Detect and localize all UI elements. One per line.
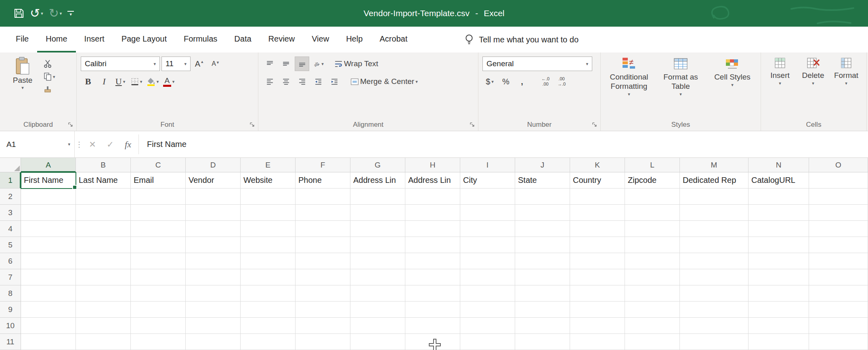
cell-A3[interactable]: [21, 205, 76, 221]
cell-H10[interactable]: [405, 318, 460, 334]
column-header-E[interactable]: E: [241, 158, 296, 172]
cell-M8[interactable]: [680, 285, 748, 302]
cell-H1[interactable]: Address Lin: [405, 172, 460, 189]
cell-O6[interactable]: [809, 253, 868, 269]
cell-A7[interactable]: [21, 269, 76, 285]
column-header-O[interactable]: O: [809, 158, 868, 172]
cell-N9[interactable]: [748, 302, 809, 318]
cell-N4[interactable]: [748, 221, 809, 237]
cell-D1[interactable]: Vendor: [186, 172, 241, 189]
increase-decimal-button[interactable]: ←.0 .00: [538, 74, 553, 89]
redo-button[interactable]: ↻▾: [49, 5, 62, 21]
cell-A11[interactable]: [21, 334, 76, 350]
cell-L2[interactable]: [625, 189, 680, 205]
tab-view[interactable]: View: [303, 27, 338, 52]
row-header-6[interactable]: 6: [0, 253, 21, 269]
cell-M10[interactable]: [680, 318, 748, 334]
paste-button[interactable]: Paste ▾: [6, 57, 40, 119]
cell-L3[interactable]: [625, 205, 680, 221]
column-header-M[interactable]: M: [680, 158, 748, 172]
cell-I9[interactable]: [460, 302, 515, 318]
align-bottom-button[interactable]: [295, 57, 309, 71]
cell-F11[interactable]: [296, 334, 350, 350]
cell-B6[interactable]: [76, 253, 131, 269]
row-header-3[interactable]: 3: [0, 205, 21, 221]
cell-J10[interactable]: [515, 318, 570, 334]
cell-A10[interactable]: [21, 318, 76, 334]
cell-K2[interactable]: [570, 189, 625, 205]
cell-K3[interactable]: [570, 205, 625, 221]
cell-I11[interactable]: [460, 334, 515, 350]
conditional-formatting-button[interactable]: ≠ Conditional Formatting ▾: [604, 56, 654, 96]
cell-M9[interactable]: [680, 302, 748, 318]
cell-I2[interactable]: [460, 189, 515, 205]
cell-J2[interactable]: [515, 189, 570, 205]
cell-F7[interactable]: [296, 269, 350, 285]
cell-L6[interactable]: [625, 253, 680, 269]
cell-G8[interactable]: [350, 285, 405, 302]
cell-F9[interactable]: [296, 302, 350, 318]
cell-N3[interactable]: [748, 205, 809, 221]
number-format-combobox[interactable]: General ▾: [482, 57, 592, 71]
cell-C9[interactable]: [131, 302, 186, 318]
cell-G7[interactable]: [350, 269, 405, 285]
cell-D11[interactable]: [186, 334, 241, 350]
cell-N1[interactable]: CatalogURL: [748, 172, 809, 189]
cell-D5[interactable]: [186, 237, 241, 253]
cell-G1[interactable]: Address Lin: [350, 172, 405, 189]
column-header-A[interactable]: A: [21, 158, 76, 172]
cell-A8[interactable]: [21, 285, 76, 302]
delete-cells-button[interactable]: Delete ▾: [797, 56, 829, 86]
cell-C3[interactable]: [131, 205, 186, 221]
cell-O10[interactable]: [809, 318, 868, 334]
column-header-G[interactable]: G: [350, 158, 405, 172]
cell-F3[interactable]: [296, 205, 350, 221]
cell-styles-button[interactable]: Cell Styles ▾: [707, 56, 757, 87]
cell-K6[interactable]: [570, 253, 625, 269]
cell-D4[interactable]: [186, 221, 241, 237]
cell-M6[interactable]: [680, 253, 748, 269]
cell-B7[interactable]: [76, 269, 131, 285]
decrease-indent-button[interactable]: [311, 74, 325, 89]
cell-L11[interactable]: [625, 334, 680, 350]
cell-H9[interactable]: [405, 302, 460, 318]
undo-button[interactable]: ↺▾: [30, 5, 43, 21]
cell-H4[interactable]: [405, 221, 460, 237]
format-cells-button[interactable]: Format ▾: [830, 56, 862, 86]
format-painter-button[interactable]: [44, 84, 58, 95]
cell-B9[interactable]: [76, 302, 131, 318]
cell-O8[interactable]: [809, 285, 868, 302]
customize-qat-button[interactable]: ▾: [67, 5, 74, 21]
cell-K8[interactable]: [570, 285, 625, 302]
cell-O3[interactable]: [809, 205, 868, 221]
column-header-C[interactable]: C: [131, 158, 186, 172]
row-header-11[interactable]: 11: [0, 334, 21, 350]
cell-K9[interactable]: [570, 302, 625, 318]
tab-insert[interactable]: Insert: [76, 27, 113, 52]
cell-O7[interactable]: [809, 269, 868, 285]
align-top-button[interactable]: [262, 57, 277, 71]
accounting-format-button[interactable]: $ ▾: [482, 74, 497, 89]
cell-N5[interactable]: [748, 237, 809, 253]
cell-E4[interactable]: [241, 221, 296, 237]
row-header-4[interactable]: 4: [0, 221, 21, 237]
column-header-B[interactable]: B: [76, 158, 131, 172]
column-header-D[interactable]: D: [186, 158, 241, 172]
align-center-button[interactable]: [279, 74, 293, 89]
name-box[interactable]: A1 ▾: [0, 131, 75, 157]
cell-J4[interactable]: [515, 221, 570, 237]
cell-A9[interactable]: [21, 302, 76, 318]
cell-A5[interactable]: [21, 237, 76, 253]
cell-C2[interactable]: [131, 189, 186, 205]
cell-C8[interactable]: [131, 285, 186, 302]
cell-I4[interactable]: [460, 221, 515, 237]
cell-C6[interactable]: [131, 253, 186, 269]
cell-K10[interactable]: [570, 318, 625, 334]
tab-acrobat[interactable]: Acrobat: [371, 27, 416, 52]
cell-M7[interactable]: [680, 269, 748, 285]
enter-button[interactable]: ✓: [101, 131, 119, 157]
column-header-H[interactable]: H: [405, 158, 460, 172]
cell-G9[interactable]: [350, 302, 405, 318]
cell-B4[interactable]: [76, 221, 131, 237]
align-right-button[interactable]: [295, 74, 309, 89]
